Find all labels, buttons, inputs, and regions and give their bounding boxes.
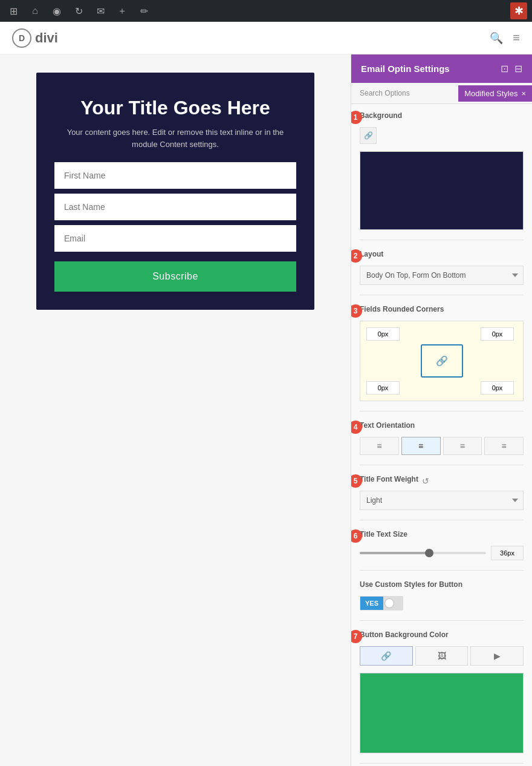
background-label: Background [360, 111, 402, 120]
bottom-right-corner-input[interactable] [481, 381, 514, 394]
align-justify-button[interactable]: ≡ [484, 437, 524, 455]
optin-body: Your content goes here. Edit or remove t… [54, 126, 296, 150]
divider-1 [360, 240, 524, 240]
title-text-size-slider-row [360, 546, 524, 560]
title-font-weight-label: Title Font Weight [360, 475, 418, 483]
badge-3-container: 3 Fields Rounded Corners [360, 305, 524, 317]
font-weight-reset-icon[interactable]: ↺ [422, 476, 429, 486]
text-orientation-section: 4 Text Orientation ≡ ≡ ≡ ≡ [360, 421, 524, 455]
layout-select[interactable]: Body On Top, Form On Bottom [360, 266, 524, 285]
divi-logo: D divi [12, 28, 58, 48]
background-color-preview[interactable] [360, 151, 524, 230]
top-right-corner-input[interactable] [481, 327, 514, 341]
divider-8 [360, 763, 524, 764]
title-text-size-section: 6 Title Text Size [360, 530, 524, 560]
badge-1: 1 [351, 111, 362, 124]
title-text-size-thumb[interactable] [425, 549, 433, 557]
divider-6 [360, 570, 524, 571]
badge-4: 4 [351, 421, 362, 434]
align-left-button[interactable]: ≡ [360, 437, 399, 455]
divider-4 [360, 465, 524, 465]
background-swatch-bar: 🔗 [360, 127, 524, 144]
font-weight-label-row: Title Font Weight ↺ [360, 475, 429, 487]
divider-3 [360, 411, 524, 411]
rounded-corners-section: 3 Fields Rounded Corners 🔗 [360, 305, 524, 401]
layout-label: Layout [360, 250, 383, 258]
button-bg-color-label: Button Background Color [360, 630, 449, 639]
button-bg-color-tabs: 🔗 🖼 ▶ [360, 646, 524, 666]
title-text-size-fill [360, 552, 429, 554]
settings-panel: Email Optin Settings ⊡ ⊟ Search Options … [351, 54, 532, 766]
toggle-yes-label: YES [360, 597, 383, 610]
first-name-field[interactable] [54, 162, 296, 189]
search-icon[interactable]: 🔍 [490, 31, 503, 45]
toggle-track[interactable] [383, 597, 403, 610]
title-text-size-track[interactable] [360, 552, 486, 554]
modified-styles-badge[interactable]: Modified Styles × [458, 85, 532, 102]
text-orientation-label: Text Orientation [360, 421, 415, 430]
title-font-weight-select[interactable]: Light [360, 491, 524, 510]
optin-title: Your Title Goes Here [54, 97, 296, 119]
use-custom-styles-label: Use Custom Styles for Button [360, 580, 524, 589]
email-optin-module: Your Title Goes Here Your content goes h… [36, 73, 314, 310]
badge-6: 6 [351, 529, 362, 543]
badge-7-container: 7 Button Background Color [360, 630, 524, 643]
title-text-size-input[interactable] [491, 546, 524, 560]
header-right: 🔍 ≡ [490, 31, 520, 45]
site-header: D divi 🔍 ≡ [0, 22, 532, 54]
rounded-corners-label: Fields Rounded Corners [360, 305, 444, 313]
wp-icon[interactable]: ⊞ [5, 2, 22, 19]
add-icon[interactable]: ＋ [114, 2, 131, 19]
asterisk-icon[interactable]: ✱ [510, 2, 527, 19]
settings-panel-title: Email Optin Settings [361, 64, 450, 74]
badge-5-container: 5 Title Font Weight ↺ [360, 475, 524, 487]
comment-icon[interactable]: ✉ [92, 2, 109, 19]
align-right-button[interactable]: ≡ [443, 437, 482, 455]
pencil-icon[interactable]: ✏ [135, 2, 152, 19]
use-custom-styles-toggle[interactable]: YES [360, 596, 403, 611]
email-field[interactable] [54, 225, 296, 252]
admin-bar: ⊞ ⌂ ◉ ↻ ✉ ＋ ✏ ✱ [0, 0, 532, 22]
modified-styles-close[interactable]: × [521, 89, 526, 98]
image-tab[interactable]: 🖼 [415, 646, 469, 666]
divider-5 [360, 520, 524, 520]
corner-center-box: 🔗 [406, 344, 477, 378]
video-tab[interactable]: ▶ [470, 646, 524, 666]
badge-6-container: 6 Title Text Size [360, 530, 524, 542]
window-icon[interactable]: ⊡ [501, 63, 508, 74]
page-content: Your Title Goes Here Your content goes h… [0, 54, 351, 766]
badge-1-container: 1 Background [360, 111, 524, 123]
orientation-buttons: ≡ ≡ ≡ ≡ [360, 437, 524, 455]
divider-2 [360, 295, 524, 295]
rounded-corners-widget: 🔗 [360, 321, 524, 401]
settings-search-bar: Search Options Modified Styles × [351, 83, 532, 104]
logo-text: divi [35, 30, 58, 46]
button-bg-color-preview[interactable] [360, 673, 524, 753]
expand-icon[interactable]: ⊟ [514, 63, 522, 74]
align-center-button[interactable]: ≡ [401, 437, 441, 455]
modified-styles-label: Modified Styles [464, 89, 517, 98]
menu-icon[interactable]: ≡ [513, 31, 520, 45]
subscribe-button[interactable]: Subscribe [54, 261, 296, 292]
settings-header-icons: ⊡ ⊟ [501, 63, 522, 74]
main-area: Your Title Goes Here Your content goes h… [0, 54, 532, 766]
bg-color-swatch[interactable]: 🔗 [360, 127, 377, 144]
top-left-corner-input[interactable] [366, 327, 400, 341]
settings-body: 1 Background 🔗 2 Layout Body On Top, For… [351, 104, 532, 766]
use-custom-styles-section: Use Custom Styles for Button YES [360, 580, 524, 611]
last-name-field[interactable] [54, 194, 296, 220]
paint-icon[interactable]: ◉ [48, 2, 65, 19]
corner-visual-box: 🔗 [421, 344, 463, 378]
badge-2: 2 [351, 249, 362, 263]
button-bg-color-section: 7 Button Background Color 🔗 🖼 ▶ [360, 630, 524, 753]
refresh-icon[interactable]: ↻ [70, 2, 87, 19]
layout-section: 2 Layout Body On Top, Form On Bottom [360, 250, 524, 285]
gradient-tab[interactable]: 🔗 [360, 646, 413, 666]
background-section: 1 Background 🔗 [360, 111, 524, 230]
title-text-size-label: Title Text Size [360, 530, 407, 538]
logo-circle: D [12, 28, 31, 48]
bottom-left-corner-input[interactable] [366, 381, 400, 394]
search-options-button[interactable]: Search Options [351, 83, 458, 103]
badge-4-container: 4 Text Orientation [360, 421, 524, 433]
home-icon[interactable]: ⌂ [27, 2, 44, 19]
